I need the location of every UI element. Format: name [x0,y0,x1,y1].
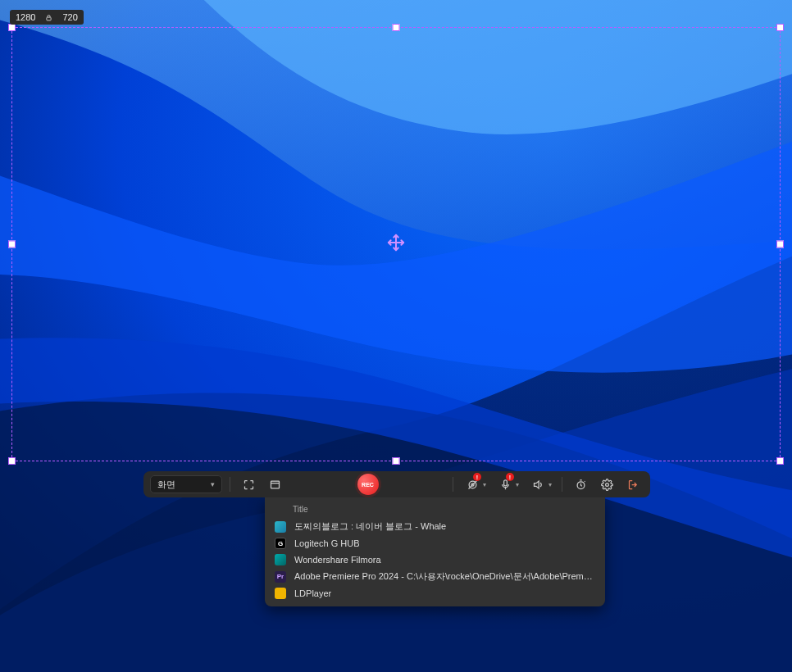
dimensions-pill[interactable]: 1280 720 [10,10,84,25]
record-target-label: 화면 [157,479,175,491]
record-target-select[interactable]: 화면 ▾ [150,475,222,493]
separator [230,477,230,492]
whale-icon [275,521,286,533]
chevron-down-icon[interactable]: ▾ [516,481,519,488]
svg-rect-2 [271,481,279,488]
separator [453,477,453,492]
desktop: 1280 720 화면 ▾ [0,0,792,672]
handle-bottom-left[interactable] [8,457,16,465]
svg-rect-1 [47,17,51,20]
separator [562,477,562,492]
alert-badge: ! [473,473,481,481]
recording-toolbar: 화면 ▾ REC ▾ ! ▾ ! [143,471,650,497]
window-item[interactable]: G Logitech G HUB [265,535,605,552]
handle-top-left[interactable] [8,24,16,31]
window-item[interactable]: Pr Adobe Premiere Pro 2024 - C:\사용자\rock… [265,568,605,585]
chevron-down-icon[interactable]: ▾ [548,481,552,488]
speaker-icon [529,475,547,493]
region-select-button[interactable] [238,474,259,495]
alert-badge: ! [506,473,514,481]
record-button[interactable]: REC [357,474,379,495]
handle-bottom-right[interactable] [776,457,784,465]
dimension-height[interactable]: 720 [57,12,83,22]
handle-top-middle[interactable] [393,24,400,31]
webcam-toggle[interactable]: ▾ ! [461,475,489,493]
chevron-down-icon: ▾ [211,480,215,488]
svg-point-9 [605,483,608,486]
handle-middle-right[interactable] [776,241,784,248]
timer-button[interactable] [570,474,591,495]
window-item-label: LDPlayer [294,588,331,598]
svg-rect-7 [503,479,507,485]
settings-button[interactable] [596,474,617,495]
window-select-button[interactable] [264,474,285,495]
record-label: REC [362,482,374,488]
microphone-toggle[interactable]: ▾ ! [494,475,521,493]
handle-bottom-middle[interactable] [393,457,400,465]
window-item-label: 도찌의블로그 : 네이버 블로그 - Whale [294,520,446,533]
window-item-label: Wondershare Filmora [294,555,381,565]
window-list-dropdown: Title 도찌의블로그 : 네이버 블로그 - Whale G Logitec… [265,497,605,606]
ldplayer-icon [275,588,286,599]
window-item[interactable]: Wondershare Filmora [265,552,605,568]
system-audio-toggle[interactable]: ▾ [526,475,554,493]
exit-button[interactable] [622,474,644,495]
premiere-icon: Pr [275,571,286,583]
chevron-down-icon[interactable]: ▾ [483,481,486,488]
ghub-icon: G [275,538,286,549]
window-item-label: Adobe Premiere Pro 2024 - C:\사용자\rocke\O… [294,570,594,583]
dimension-width[interactable]: 1280 [10,12,41,22]
dropdown-header: Title [265,501,605,518]
recording-selection[interactable] [11,27,781,461]
window-item[interactable]: LDPlayer [265,585,605,602]
window-item[interactable]: 도찌의블로그 : 네이버 블로그 - Whale [265,518,605,535]
lock-icon[interactable] [41,14,57,21]
filmora-icon [275,554,286,565]
window-item-label: Logitech G HUB [294,538,359,548]
handle-top-right[interactable] [776,24,784,31]
handle-middle-left[interactable] [8,241,16,248]
move-handle[interactable] [387,234,405,255]
